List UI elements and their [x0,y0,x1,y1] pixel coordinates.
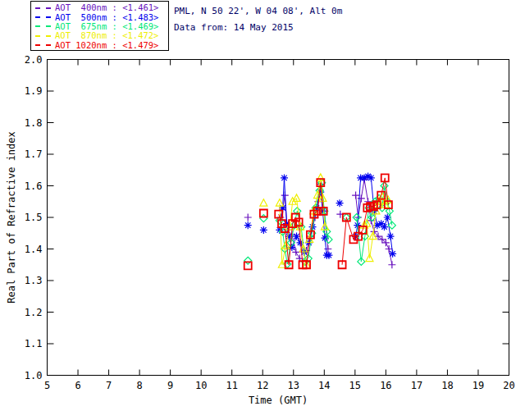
svg-text:1.8: 1.8 [25,117,43,129]
asterisk-marker [368,174,375,181]
plus-marker [388,261,395,268]
square-marker [244,262,252,269]
legend-item-aot-400nm: AOT 400nm : <1.461> [35,3,165,12]
svg-text:6: 6 [75,380,80,391]
asterisk-marker [244,221,252,229]
station-info: PML, N 50 22', W 04 08', Alt 0m [174,6,342,16]
plus-marker [292,249,299,256]
legend-item-aot-1020nm: AOT 1020nm : <1.479> [35,41,165,50]
x-axis-title: Time (GMT) [249,395,308,406]
legend-label: AOT 870nm : <1.472> [55,31,158,40]
legend-box: AOT 400nm : <1.461>AOT 500nm : <1.483>AO… [30,1,169,51]
data-date: Data from: 14 May 2015 [174,22,294,33]
svg-text:1.6: 1.6 [25,180,43,192]
svg-text:17: 17 [411,380,422,391]
diamond-marker [260,215,267,222]
svg-text:11: 11 [226,380,237,391]
svg-text:1.7: 1.7 [25,148,43,160]
asterisk-marker [389,250,396,258]
legend-label: AOT 1020nm : <1.479> [55,41,158,50]
square-marker [260,209,267,217]
svg-text:1.5: 1.5 [25,212,43,223]
svg-text:9: 9 [167,380,173,391]
svg-text:7: 7 [106,380,112,391]
svg-text:16: 16 [380,380,391,391]
plus-marker [358,194,365,202]
svg-text:19: 19 [472,380,484,391]
plot-page: AOT 400nm : <1.461>AOT 500nm : <1.483>AO… [0,0,525,420]
asterisk-marker [381,223,388,231]
legend-line-sample [35,25,51,27]
asterisk-marker [336,199,344,207]
svg-text:10: 10 [195,380,207,391]
svg-text:1.0: 1.0 [25,370,43,381]
svg-text:1.2: 1.2 [25,307,43,318]
legend-line-sample [35,7,51,9]
asterisk-marker [260,226,267,234]
asterisk-marker [325,252,332,259]
triangle-marker [260,199,267,207]
svg-text:14: 14 [318,380,330,391]
legend-label: AOT 675nm : <1.469> [55,22,158,31]
svg-text:18: 18 [441,380,453,391]
legend-label: AOT 400nm : <1.461> [55,3,158,12]
plus-marker [244,214,252,221]
svg-text:12: 12 [257,380,268,391]
legend-label: AOT 500nm : <1.483> [55,13,158,22]
svg-text:1.1: 1.1 [25,338,43,349]
svg-text:1.3: 1.3 [25,275,43,286]
refractive-index-chart: 5678910111213141516171819201.01.11.21.31… [0,0,525,420]
svg-text:8: 8 [136,380,142,391]
asterisk-marker [386,233,394,240]
svg-text:2.0: 2.0 [25,54,43,66]
y-axis-title: Real Part of Refractive index [6,131,17,304]
legend-line-sample [35,44,51,46]
diamond-marker [244,257,252,264]
asterisk-marker [281,174,288,181]
legend-line-sample [35,16,51,18]
svg-text:13: 13 [288,380,299,391]
asterisk-marker [293,233,300,240]
x-tick-labels: 567891011121314151617181920 [44,380,515,391]
legend-item-aot-870nm: AOT 870nm : <1.472> [35,31,165,40]
y-tick-labels: 1.01.11.21.31.41.51.61.71.81.92.0 [25,54,43,381]
svg-text:1.4: 1.4 [25,244,43,255]
svg-text:5: 5 [44,380,50,391]
svg-text:1.9: 1.9 [25,85,43,97]
plus-marker [352,192,359,199]
svg-text:15: 15 [349,380,361,391]
legend-line-sample [35,35,51,37]
svg-text:20: 20 [503,380,514,391]
